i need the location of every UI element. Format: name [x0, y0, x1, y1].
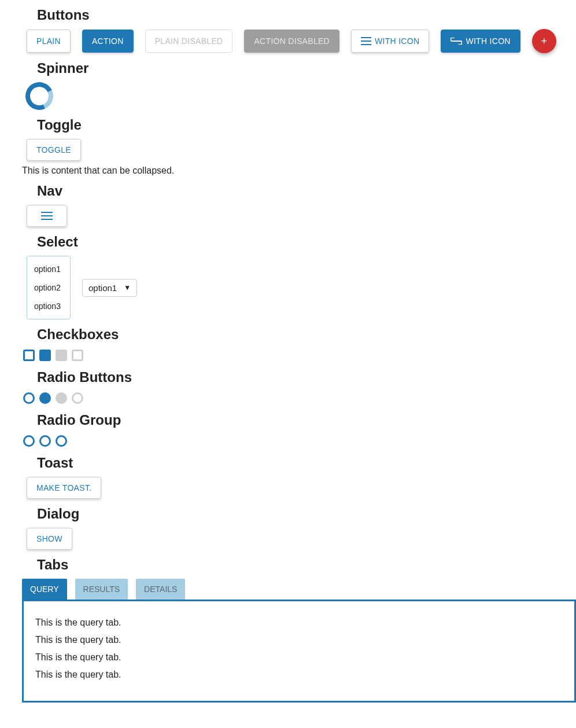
checkbox-checked[interactable]	[38, 348, 52, 362]
radio-group-1[interactable]	[22, 434, 36, 448]
heading-nav: Nav	[37, 183, 576, 199]
listbox[interactable]: option1 option2 option3	[27, 256, 71, 319]
heading-radio-group: Radio Group	[37, 412, 576, 428]
radio-unchecked[interactable]	[22, 391, 36, 405]
toggle-button[interactable]: TOGGLE	[27, 139, 81, 161]
toggle-content: This is content that can be collapsed.	[22, 166, 576, 176]
action-disabled-button: ACTION DISABLED	[244, 30, 339, 53]
checkbox-disabled-checked	[54, 348, 68, 362]
checkbox-unchecked[interactable]	[22, 348, 36, 362]
with-icon-button-2[interactable]: WITH ICON	[441, 30, 520, 53]
checkbox-disabled-unchecked	[71, 348, 84, 362]
dropdown[interactable]: option1 ▼	[82, 279, 137, 297]
show-dialog-label: SHOW	[36, 534, 62, 543]
dropdown-value: option1	[88, 283, 117, 293]
tab-query[interactable]: QUERY	[22, 579, 67, 600]
heading-select: Select	[37, 234, 576, 250]
tab-line-4: This is the query tab.	[35, 670, 563, 680]
action-button[interactable]: ACTION	[82, 30, 134, 53]
tab-results[interactable]: RESULTS	[75, 579, 128, 600]
radio-disabled-checked	[54, 391, 68, 405]
heading-checkboxes: Checkboxes	[37, 326, 576, 343]
radio-row	[22, 391, 576, 405]
radio-group-2[interactable]	[38, 434, 52, 448]
hamburger-icon	[41, 212, 53, 220]
heading-toast: Toast	[37, 455, 576, 471]
heading-radio-buttons: Radio Buttons	[37, 369, 576, 385]
heading-dialog: Dialog	[37, 506, 576, 522]
with-icon-2-label: WITH ICON	[466, 36, 510, 46]
select-row: option1 option2 option3 option1 ▼	[27, 256, 576, 319]
action-button-label: ACTION	[92, 36, 124, 46]
radio-group-3[interactable]	[54, 434, 68, 448]
nav-menu-button[interactable]	[27, 205, 67, 227]
listbox-option-1[interactable]: option1	[27, 260, 70, 278]
heading-buttons: Buttons	[37, 7, 576, 23]
heading-tabs: Tabs	[37, 557, 576, 573]
tab-panel: This is the query tab. This is the query…	[22, 600, 576, 703]
tabs: QUERY RESULTS DETAILS This is the query …	[22, 579, 576, 703]
tab-line-2: This is the query tab.	[35, 635, 563, 645]
radio-checked[interactable]	[38, 391, 52, 405]
radio-disabled-unchecked	[71, 391, 84, 405]
tab-details[interactable]: DETAILS	[136, 579, 185, 600]
tab-line-1: This is the query tab.	[35, 617, 563, 628]
spinner	[21, 78, 57, 114]
tabbar: QUERY RESULTS DETAILS	[22, 579, 576, 600]
fab-add-button[interactable]: +	[532, 29, 556, 53]
link-icon	[451, 38, 462, 45]
with-icon-button-1[interactable]: WITH ICON	[351, 30, 429, 53]
action-disabled-label: ACTION DISABLED	[254, 36, 330, 46]
menu-icon	[361, 37, 371, 45]
radio-group	[22, 434, 576, 448]
listbox-option-3[interactable]: option3	[27, 297, 70, 315]
show-dialog-button[interactable]: SHOW	[27, 528, 72, 550]
make-toast-label: MAKE TOAST.	[36, 483, 91, 492]
plain-disabled-button: PLAIN DISABLED	[145, 30, 233, 53]
make-toast-button[interactable]: MAKE TOAST.	[27, 477, 101, 499]
checkbox-row	[22, 348, 576, 362]
tab-details-label: DETAILS	[144, 584, 177, 594]
toggle-button-label: TOGGLE	[36, 145, 71, 155]
plain-button[interactable]: PLAIN	[27, 30, 71, 53]
listbox-option-2[interactable]: option2	[27, 278, 70, 297]
plus-icon: +	[541, 35, 547, 47]
with-icon-1-label: WITH ICON	[375, 36, 419, 46]
tab-line-3: This is the query tab.	[35, 652, 563, 663]
heading-spinner: Spinner	[37, 60, 576, 76]
plain-button-label: PLAIN	[36, 36, 61, 46]
tab-results-label: RESULTS	[83, 584, 120, 594]
tab-query-label: QUERY	[30, 584, 59, 594]
heading-toggle: Toggle	[37, 117, 576, 133]
button-row: PLAIN ACTION PLAIN DISABLED ACTION DISAB…	[27, 29, 576, 53]
chevron-down-icon: ▼	[124, 284, 131, 292]
plain-disabled-label: PLAIN DISABLED	[155, 36, 223, 46]
